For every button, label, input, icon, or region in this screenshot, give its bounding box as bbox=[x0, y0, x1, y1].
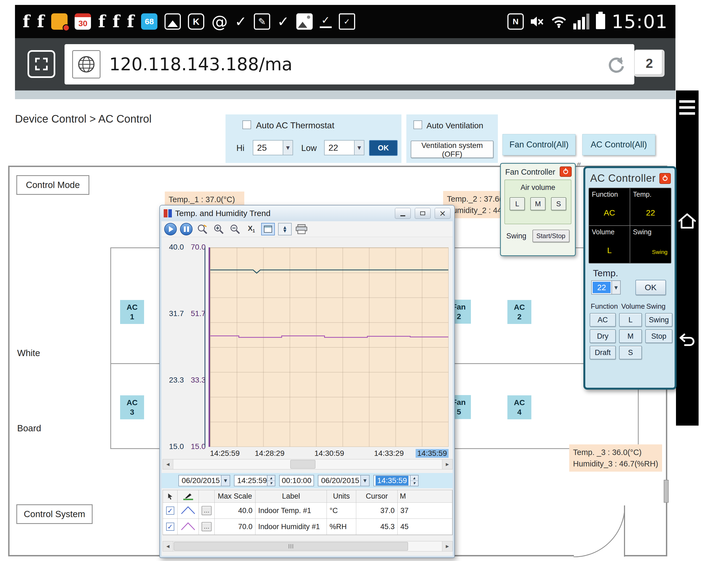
fan-volume-l-button[interactable]: L bbox=[510, 197, 525, 210]
door-swing-arc bbox=[573, 505, 625, 557]
interval-box: 00:10:00 bbox=[279, 475, 314, 486]
pen-icon bbox=[178, 490, 199, 503]
fan-control-all-button[interactable]: Fan Control(All) bbox=[502, 134, 575, 155]
display-label: Swing bbox=[633, 228, 651, 236]
ac-unit-1[interactable]: AC1 bbox=[120, 300, 144, 324]
zoom-reset-button[interactable]: X1 bbox=[245, 222, 258, 236]
display-value: Swing bbox=[630, 249, 671, 255]
y2-tick-label: 70.0 bbox=[187, 243, 206, 251]
screen: f f 30 f f f 68 K @ ✓ ✎ ✓ ✓ ✓ N 15:01 bbox=[0, 0, 728, 561]
volume-l-button[interactable]: L bbox=[619, 313, 642, 327]
zoom-select-button[interactable] bbox=[196, 222, 209, 236]
y2-tick-label: 15.0 bbox=[187, 442, 206, 451]
back-icon[interactable] bbox=[678, 333, 696, 348]
function-ac-button[interactable]: AC bbox=[590, 313, 616, 327]
scroll-thumb[interactable] bbox=[290, 460, 315, 469]
url-text[interactable]: 120.118.143.188/ma bbox=[109, 54, 598, 74]
series-visible-checkbox[interactable]: ✓ bbox=[163, 519, 178, 535]
minimize-button[interactable] bbox=[395, 208, 411, 219]
cursor-column-icon bbox=[163, 490, 178, 503]
chart-h-scrollbar[interactable]: ◀ ▶ bbox=[163, 459, 453, 470]
display-function-cell: Function AC bbox=[589, 188, 630, 225]
temp-ok-button[interactable]: OK bbox=[635, 280, 666, 295]
x-tick-label: 14:25:59 bbox=[210, 449, 240, 458]
android-nav-bar bbox=[676, 90, 699, 426]
last-cell-clipped: 37 bbox=[398, 503, 452, 519]
units-cell: %RH bbox=[327, 519, 356, 535]
start-time-spinner[interactable]: 14:25:59 ▲▼ bbox=[234, 475, 275, 486]
function-dry-button[interactable]: Dry bbox=[590, 330, 616, 343]
display-label: Temp. bbox=[633, 190, 651, 198]
series-visible-checkbox[interactable]: ✓ bbox=[163, 503, 178, 519]
ac-unit-2[interactable]: AC2 bbox=[507, 300, 531, 324]
ventilation-system-button[interactable]: Ventilation system (OFF) bbox=[411, 141, 494, 158]
hi-select[interactable]: 25 ▼ bbox=[253, 140, 293, 155]
spinner-arrows-icon[interactable]: ▲▼ bbox=[410, 475, 418, 486]
function-draft-button[interactable]: Draft bbox=[590, 346, 616, 359]
volume-m-button[interactable]: M bbox=[619, 330, 642, 343]
fan-volume-s-button[interactable]: S bbox=[551, 197, 566, 210]
zoom-out-button[interactable] bbox=[229, 222, 242, 236]
fan-volume-m-button[interactable]: M bbox=[530, 197, 546, 210]
vertical-scale-button[interactable]: ▲▼ bbox=[278, 223, 292, 235]
close-button[interactable]: × bbox=[435, 208, 450, 219]
power-button[interactable] bbox=[659, 173, 671, 184]
scroll-right-arrow[interactable]: ▶ bbox=[442, 459, 452, 469]
start-date-select[interactable]: 06/20/2015 ▼ bbox=[178, 475, 230, 486]
scroll-track[interactable] bbox=[173, 541, 442, 551]
scroll-track[interactable] bbox=[173, 459, 442, 469]
ac-name: AC bbox=[514, 303, 525, 312]
address-bar[interactable]: 120.118.143.188/ma bbox=[65, 44, 634, 84]
play-button[interactable] bbox=[164, 223, 177, 235]
trend-window-titlebar[interactable]: Temp. and Humidity Trend × bbox=[160, 205, 454, 221]
scroll-left-arrow[interactable]: ◀ bbox=[163, 541, 173, 551]
trend-plot[interactable] bbox=[210, 247, 449, 447]
end-date-select[interactable]: 06/20/2015 ▼ bbox=[318, 475, 370, 486]
zoom-in-button[interactable] bbox=[212, 222, 225, 236]
fullscreen-toggle-button[interactable] bbox=[28, 50, 55, 78]
home-icon[interactable] bbox=[678, 212, 696, 229]
interval-value: 00:10:00 bbox=[282, 476, 312, 485]
auto-ac-thermostat-checkbox[interactable] bbox=[242, 120, 251, 129]
volume-s-button[interactable]: S bbox=[619, 346, 642, 359]
ac-control-all-button[interactable]: AC Control(All) bbox=[582, 134, 655, 155]
thermostat-ok-button[interactable]: OK bbox=[369, 140, 398, 156]
ac-display: Function AC Temp. 22 Volume L Swing Swin… bbox=[589, 188, 671, 263]
thumb-grip-icon bbox=[289, 544, 293, 548]
ac-unit-3[interactable]: AC3 bbox=[120, 395, 144, 419]
menu-icon[interactable] bbox=[679, 100, 695, 115]
panel-layout-button[interactable] bbox=[261, 223, 275, 235]
maximize-button[interactable] bbox=[415, 208, 431, 219]
globe-icon[interactable] bbox=[72, 50, 100, 78]
end-date-value: 06/20/2015 bbox=[318, 476, 360, 485]
scroll-right-arrow[interactable]: ▶ bbox=[442, 541, 452, 551]
col-swing-label: Swing bbox=[646, 302, 666, 311]
swing-on-button[interactable]: Swing bbox=[645, 313, 672, 327]
tabs-button[interactable]: 2 bbox=[634, 50, 665, 77]
control-system-box[interactable]: Control System bbox=[16, 504, 93, 524]
control-mode-box[interactable]: Control Mode bbox=[16, 175, 89, 195]
temp-section-label: Temp. bbox=[593, 268, 618, 278]
refresh-icon[interactable] bbox=[607, 54, 627, 74]
power-button[interactable] bbox=[560, 166, 572, 177]
scroll-left-arrow[interactable]: ◀ bbox=[163, 459, 173, 469]
swing-start-stop-button[interactable]: Start/Stop bbox=[532, 230, 569, 242]
spinner-arrows-icon[interactable]: ▲▼ bbox=[267, 475, 275, 486]
series-options-button[interactable]: … bbox=[202, 522, 212, 531]
ac-unit-4[interactable]: AC4 bbox=[507, 395, 531, 419]
series-options-button[interactable]: … bbox=[202, 506, 212, 515]
email-at-icon: @ bbox=[211, 13, 228, 30]
auto-ventilation-checkbox[interactable] bbox=[413, 120, 422, 129]
print-button[interactable] bbox=[295, 222, 308, 236]
trend-window: Temp. and Humidity Trend × X1 ▲▼ bbox=[159, 205, 455, 558]
display-label: Function bbox=[592, 190, 618, 198]
pause-button[interactable] bbox=[180, 223, 193, 235]
low-select[interactable]: 22 ▼ bbox=[324, 140, 364, 155]
temp-select[interactable]: 22 ▼ bbox=[591, 280, 621, 295]
swing-stop-button[interactable]: Stop bbox=[645, 330, 672, 343]
low-label: Low bbox=[301, 143, 317, 153]
scroll-thumb[interactable] bbox=[174, 542, 408, 551]
check-icon: ✓ bbox=[277, 14, 289, 29]
end-time-spinner[interactable]: 14:35:59 ▲▼ bbox=[373, 475, 419, 486]
table-h-scrollbar[interactable]: ◀ ▶ bbox=[163, 541, 453, 551]
